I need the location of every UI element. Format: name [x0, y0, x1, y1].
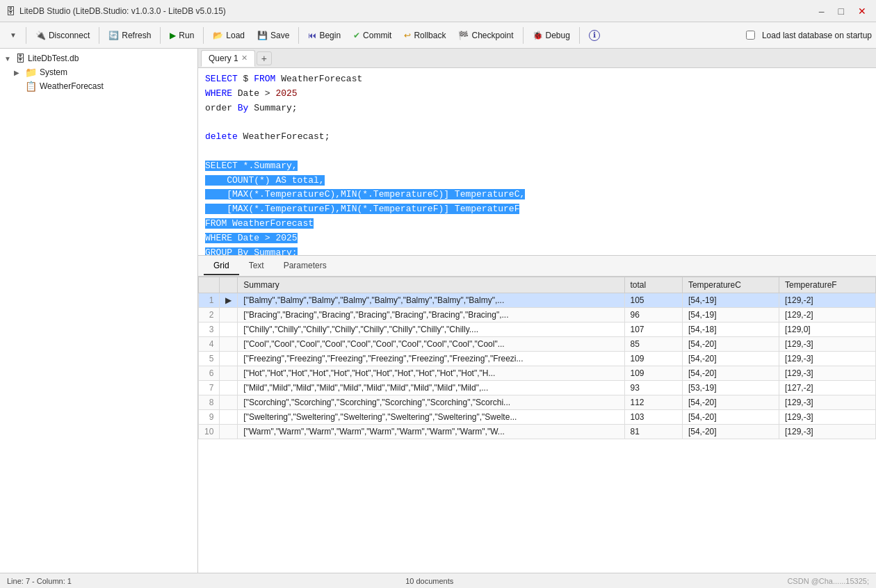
- results-tab-grid[interactable]: Grid: [204, 257, 239, 275]
- editor-line-13: GROUP By Summary;: [205, 246, 869, 256]
- add-query-tab-button[interactable]: +: [257, 51, 272, 65]
- load-last-checkbox[interactable]: [746, 31, 755, 40]
- col-header-summary[interactable]: Summary: [238, 277, 624, 293]
- app-icon: 🗄: [6, 6, 15, 17]
- table-row[interactable]: 9["Sweltering","Sweltering","Sweltering"…: [199, 410, 876, 425]
- row-arrow: [220, 308, 238, 322]
- row-tempf: [127,-2]: [779, 381, 875, 395]
- toolbar-separator-1: [26, 27, 26, 44]
- results-grid-container[interactable]: Summary total TemperatureC TemperatureF …: [198, 277, 876, 573]
- row-number: 5: [199, 352, 220, 366]
- tree-weatherforecast-label: WeatherForecast: [40, 81, 104, 91]
- row-total: 93: [624, 381, 682, 395]
- col-header-tempf[interactable]: TemperatureF: [779, 277, 875, 293]
- row-total: 96: [624, 308, 682, 322]
- row-summary: ["Cool","Cool","Cool","Cool","Cool","Coo…: [238, 337, 624, 352]
- toolbar-separator-5: [298, 27, 299, 44]
- row-tempf: [129,-3]: [779, 425, 875, 439]
- editor-line-12: WHERE Date > 2025: [205, 231, 869, 246]
- table-header: Summary total TemperatureC TemperatureF: [199, 277, 876, 293]
- row-tempf: [129,-2]: [779, 308, 875, 322]
- status-bar: Line: 7 - Column: 1 10 documents CSDN @C…: [0, 573, 876, 588]
- table-row[interactable]: 2["Bracing","Bracing","Bracing","Bracing…: [199, 308, 876, 322]
- row-summary: ["Warm","Warm","Warm","Warm","Warm","War…: [238, 425, 624, 439]
- load-button[interactable]: 📂 Load: [207, 28, 250, 43]
- begin-button[interactable]: ⏮ Begin: [302, 28, 346, 43]
- minimize-button[interactable]: –: [815, 4, 829, 18]
- close-button[interactable]: ✕: [854, 4, 870, 18]
- refresh-button[interactable]: 🔄 Refresh: [103, 28, 156, 43]
- debug-button[interactable]: 🐞 Debug: [527, 28, 576, 43]
- row-tempf: [129,0]: [779, 322, 875, 337]
- row-arrow: [220, 395, 238, 410]
- results-area: Grid Text Parameters Summary: [198, 256, 876, 573]
- row-summary: ["Bracing","Bracing","Bracing","Bracing"…: [238, 308, 624, 322]
- row-tempf: [129,-3]: [779, 395, 875, 410]
- editor-line-5: delete WeatherForecast;: [205, 130, 869, 145]
- commit-icon: ✔: [353, 31, 360, 40]
- rollback-button[interactable]: ↩ Rollback: [398, 28, 451, 43]
- table-row[interactable]: 5["Freezing","Freezing","Freezing","Free…: [199, 352, 876, 366]
- row-summary: ["Mild","Mild","Mild","Mild","Mild","Mil…: [238, 381, 624, 395]
- toolbar-separator-3: [160, 27, 161, 44]
- row-arrow: ▶: [220, 293, 238, 308]
- editor-area[interactable]: SELECT $ FROM WeatherForecast WHERE Date…: [198, 68, 876, 256]
- editor-line-6: [205, 145, 869, 159]
- title-bar: 🗄 LiteDB Studio (LiteDB.Studio: v1.0.3.0…: [0, 0, 876, 22]
- table-row[interactable]: 7["Mild","Mild","Mild","Mild","Mild","Mi…: [199, 381, 876, 395]
- checkpoint-button[interactable]: 🏁 Checkpoint: [453, 28, 519, 43]
- disconnect-button[interactable]: 🔌 Disconnect: [30, 28, 95, 43]
- dropdown-button[interactable]: ▼: [4, 28, 22, 42]
- col-header-tempc[interactable]: TemperatureC: [682, 277, 779, 293]
- col-header-rownum: [199, 277, 220, 293]
- right-panel: Query 1 ✕ + SELECT $ FROM WeatherForecas…: [198, 49, 876, 573]
- results-tab-text[interactable]: Text: [239, 257, 274, 275]
- row-arrow: [220, 381, 238, 395]
- collection-icon: 📋: [25, 81, 37, 92]
- editor-line-1: SELECT $ FROM WeatherForecast: [205, 72, 869, 87]
- row-summary: ["Chilly","Chilly","Chilly","Chilly","Ch…: [238, 322, 624, 337]
- row-number: 9: [199, 410, 220, 425]
- row-summary: ["Balmy","Balmy","Balmy","Balmy","Balmy"…: [238, 293, 624, 308]
- maximize-button[interactable]: □: [834, 4, 848, 18]
- tree-system-item[interactable]: ▶ 📁 System: [0, 65, 197, 79]
- table-row[interactable]: 3["Chilly","Chilly","Chilly","Chilly","C…: [199, 322, 876, 337]
- tree-weatherforecast-item[interactable]: ▶ 📋 WeatherForecast: [0, 79, 197, 93]
- col-header-total[interactable]: total: [624, 277, 682, 293]
- table-row[interactable]: 6["Hot","Hot","Hot","Hot","Hot","Hot","H…: [199, 366, 876, 381]
- table-row[interactable]: 1▶["Balmy","Balmy","Balmy","Balmy","Balm…: [199, 293, 876, 308]
- app-title: LiteDB Studio (LiteDB.Studio: v1.0.3.0 -…: [19, 6, 226, 16]
- tree-root-label: LiteDbTest.db: [28, 54, 79, 63]
- info-icon: ℹ: [589, 30, 600, 41]
- tree-root-item[interactable]: ▼ 🗄 LiteDbTest.db: [0, 51, 197, 65]
- row-summary: ["Scorching","Scorching","Scorching","Sc…: [238, 395, 624, 410]
- toolbar: ▼ 🔌 Disconnect 🔄 Refresh ▶ Run 📂 Load 💾 …: [0, 22, 876, 49]
- row-tempf: [129,-2]: [779, 293, 875, 308]
- save-button[interactable]: 💾 Save: [252, 28, 295, 43]
- row-tempc: [54,-20]: [682, 410, 779, 425]
- results-tabs-bar: Grid Text Parameters: [198, 256, 876, 277]
- row-total: 112: [624, 395, 682, 410]
- toolbar-separator-4: [203, 27, 204, 44]
- editor-line-8: COUNT(*) AS total,: [205, 174, 869, 188]
- commit-button[interactable]: ✔ Commit: [348, 28, 397, 43]
- query-tab-1-close[interactable]: ✕: [241, 54, 248, 63]
- results-tab-parameters[interactable]: Parameters: [274, 257, 336, 275]
- database-icon: 🗄: [15, 53, 25, 64]
- row-tempc: [54,-20]: [682, 366, 779, 381]
- table-body: 1▶["Balmy","Balmy","Balmy","Balmy","Balm…: [199, 293, 876, 439]
- tree-toggle-system: ▶: [14, 69, 22, 76]
- table-row[interactable]: 10["Warm","Warm","Warm","Warm","Warm","W…: [199, 425, 876, 439]
- query-tab-1[interactable]: Query 1 ✕: [201, 50, 255, 67]
- row-tempf: [129,-3]: [779, 410, 875, 425]
- cursor-position: Line: 7 - Column: 1: [7, 577, 72, 585]
- rollback-icon: ↩: [404, 31, 411, 40]
- info-button[interactable]: ℹ: [583, 27, 606, 44]
- run-button[interactable]: ▶ Run: [164, 28, 200, 43]
- table-row[interactable]: 8["Scorching","Scorching","Scorching","S…: [199, 395, 876, 410]
- dropdown-icon: ▼: [10, 31, 17, 39]
- row-tempc: [54,-20]: [682, 425, 779, 439]
- table-row[interactable]: 4["Cool","Cool","Cool","Cool","Cool","Co…: [199, 337, 876, 352]
- editor-line-10: [MAX(*.TemperatureF),MIN(*.TemperatureF)…: [205, 202, 869, 217]
- system-folder-icon: 📁: [25, 67, 37, 78]
